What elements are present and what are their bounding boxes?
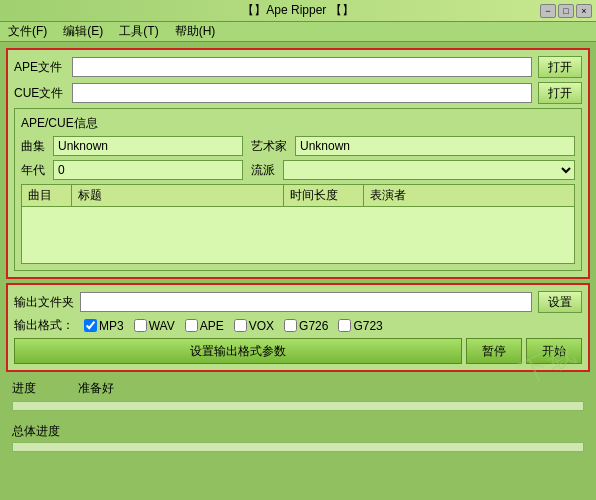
album-input[interactable]: [53, 136, 243, 156]
info-section: APE/CUE信息 曲集 艺术家 年代 流派: [14, 108, 582, 271]
format-g726-checkbox[interactable]: [284, 319, 297, 332]
format-g723[interactable]: G723: [338, 319, 382, 333]
action-row: 设置输出格式参数 暂停 开始: [14, 338, 582, 364]
progress-label: 进度: [12, 380, 72, 397]
progress-bar-container: [12, 401, 584, 411]
ape-file-row: APE文件 打开: [14, 56, 582, 78]
track-table: 曲目 标题 时间长度 表演者: [21, 184, 575, 264]
format-ape-label: APE: [200, 319, 224, 333]
format-label: 输出格式：: [14, 317, 74, 334]
col-track: 曲目: [22, 185, 72, 206]
col-performer: 表演者: [364, 185, 575, 206]
genre-label: 流派: [251, 162, 275, 179]
file-section: APE文件 打开 CUE文件 打开 APE/CUE信息 曲集 艺术家: [6, 48, 590, 279]
progress-bar-row: [12, 401, 584, 411]
format-ape-checkbox[interactable]: [185, 319, 198, 332]
year-input[interactable]: [53, 160, 243, 180]
output-folder-label: 输出文件夹: [14, 294, 74, 311]
output-folder-input[interactable]: [80, 292, 532, 312]
artist-label: 艺术家: [251, 138, 287, 155]
output-section: 输出文件夹 设置 输出格式： MP3 WAV APE: [6, 283, 590, 372]
format-row: 输出格式： MP3 WAV APE VOX: [14, 317, 582, 334]
album-artist-row: 曲集 艺术家: [21, 136, 575, 156]
track-table-header: 曲目 标题 时间长度 表演者: [22, 185, 574, 207]
total-progress-section: 总体进度: [6, 423, 590, 456]
progress-row: 进度 准备好: [12, 380, 584, 397]
format-wav-label: WAV: [149, 319, 175, 333]
genre-select[interactable]: [283, 160, 575, 180]
ape-file-label: APE文件: [14, 59, 66, 76]
pause-button[interactable]: 暂停: [466, 338, 522, 364]
artist-input[interactable]: [295, 136, 575, 156]
format-wav-checkbox[interactable]: [134, 319, 147, 332]
minimize-button[interactable]: −: [540, 4, 556, 18]
start-button[interactable]: 开始: [526, 338, 582, 364]
format-mp3-checkbox[interactable]: [84, 319, 97, 332]
track-rows-area: [22, 207, 574, 259]
format-g726-label: G726: [299, 319, 328, 333]
year-genre-row: 年代 流派: [21, 160, 575, 180]
menu-file[interactable]: 文件(F): [4, 23, 51, 40]
info-section-title: APE/CUE信息: [21, 115, 575, 132]
format-ape[interactable]: APE: [185, 319, 224, 333]
col-title: 标题: [72, 185, 284, 206]
total-progress-bar-container: [12, 442, 584, 452]
format-g723-checkbox[interactable]: [338, 319, 351, 332]
menu-edit[interactable]: 编辑(E): [59, 23, 107, 40]
title-bar: 【】Ape Ripper 【】 − □ ×: [0, 0, 596, 22]
total-progress-label: 总体进度: [12, 423, 584, 440]
format-mp3-label: MP3: [99, 319, 124, 333]
main-content: APE文件 打开 CUE文件 打开 APE/CUE信息 曲集 艺术家: [0, 42, 596, 462]
output-folder-row: 输出文件夹 设置: [14, 291, 582, 313]
format-vox[interactable]: VOX: [234, 319, 274, 333]
progress-status: 准备好: [78, 380, 114, 397]
menu-bar: 文件(F) 编辑(E) 工具(T) 帮助(H): [0, 22, 596, 42]
ape-open-button[interactable]: 打开: [538, 56, 582, 78]
menu-help[interactable]: 帮助(H): [171, 23, 220, 40]
cue-file-input[interactable]: [72, 83, 532, 103]
format-g726[interactable]: G726: [284, 319, 328, 333]
close-button[interactable]: ×: [576, 4, 592, 18]
progress-section: 进度 准备好: [6, 376, 590, 419]
album-label: 曲集: [21, 138, 45, 155]
config-format-button[interactable]: 设置输出格式参数: [14, 338, 462, 364]
col-duration: 时间长度: [284, 185, 364, 206]
format-vox-label: VOX: [249, 319, 274, 333]
year-label: 年代: [21, 162, 45, 179]
output-set-button[interactable]: 设置: [538, 291, 582, 313]
maximize-button[interactable]: □: [558, 4, 574, 18]
format-mp3[interactable]: MP3: [84, 319, 124, 333]
menu-tools[interactable]: 工具(T): [115, 23, 162, 40]
window-controls: − □ ×: [540, 4, 592, 18]
cue-file-label: CUE文件: [14, 85, 66, 102]
format-g723-label: G723: [353, 319, 382, 333]
cue-open-button[interactable]: 打开: [538, 82, 582, 104]
format-vox-checkbox[interactable]: [234, 319, 247, 332]
window-title: 【】Ape Ripper 【】: [242, 2, 353, 19]
cue-file-row: CUE文件 打开: [14, 82, 582, 104]
ape-file-input[interactable]: [72, 57, 532, 77]
format-wav[interactable]: WAV: [134, 319, 175, 333]
